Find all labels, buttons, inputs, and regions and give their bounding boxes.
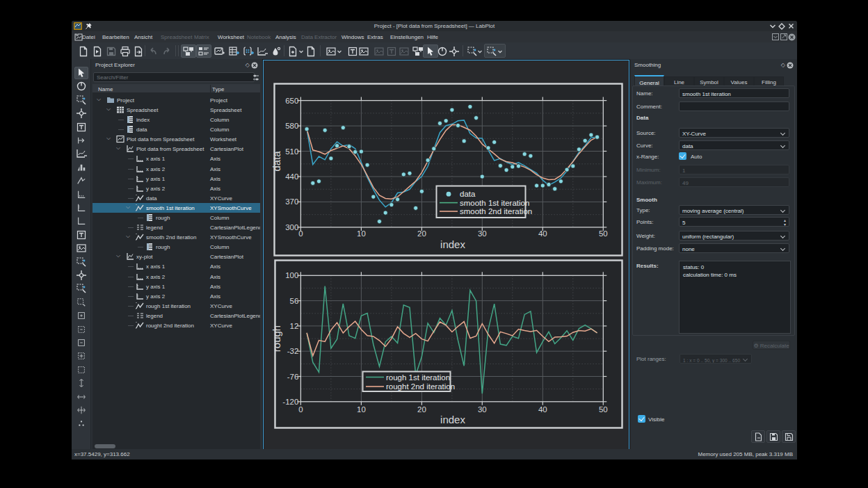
svg-text:10: 10 bbox=[357, 405, 366, 414]
svg-text:30: 30 bbox=[478, 405, 487, 414]
svg-text:440: 440 bbox=[285, 172, 298, 181]
svg-text:rough 1st iteration: rough 1st iteration bbox=[386, 373, 450, 382]
svg-text:10: 10 bbox=[357, 229, 366, 238]
svg-text:-76: -76 bbox=[287, 373, 299, 381]
svg-text:20: 20 bbox=[417, 229, 426, 238]
svg-text:index: index bbox=[440, 238, 465, 250]
svg-text:100: 100 bbox=[285, 271, 298, 279]
svg-text:smooth 2nd iteration: smooth 2nd iteration bbox=[460, 207, 532, 215]
svg-text:smooth 1st iteration: smooth 1st iteration bbox=[460, 199, 529, 207]
svg-text:-32: -32 bbox=[287, 347, 299, 355]
svg-text:370: 370 bbox=[285, 197, 298, 206]
svg-text:12: 12 bbox=[290, 322, 299, 330]
svg-text:40: 40 bbox=[538, 229, 547, 238]
svg-text:56: 56 bbox=[290, 297, 299, 305]
svg-text:50: 50 bbox=[599, 229, 608, 238]
svg-text:300: 300 bbox=[285, 223, 298, 231]
svg-text:580: 580 bbox=[285, 122, 298, 130]
svg-text:-120: -120 bbox=[282, 398, 298, 406]
svg-text:40: 40 bbox=[538, 405, 547, 414]
svg-text:650: 650 bbox=[285, 97, 298, 105]
svg-text:0: 0 bbox=[298, 405, 303, 414]
svg-text:rought 2nd iteration: rought 2nd iteration bbox=[386, 382, 455, 391]
svg-text:index: index bbox=[440, 414, 465, 425]
svg-text:data: data bbox=[460, 190, 476, 198]
svg-text:rough: rough bbox=[271, 325, 282, 352]
svg-text:50: 50 bbox=[599, 405, 608, 414]
svg-text:510: 510 bbox=[285, 147, 298, 156]
svg-text:30: 30 bbox=[478, 229, 487, 238]
svg-text:data: data bbox=[271, 151, 282, 172]
svg-text:20: 20 bbox=[417, 405, 426, 414]
svg-text:0: 0 bbox=[298, 229, 303, 238]
